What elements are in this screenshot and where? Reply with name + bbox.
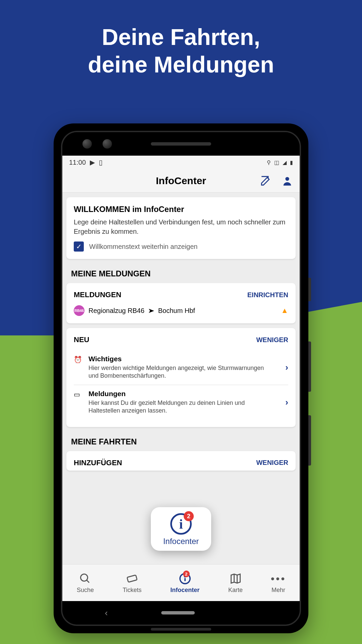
newspaper-icon: ▭ [74,390,83,415]
nav-label: Mehr [272,587,285,594]
news-title: Wichtiges [88,355,275,363]
bottom-nav: Suche Tickets 2 Infocenter [62,564,300,601]
weniger-button-2[interactable]: WENIGER [256,459,288,467]
welcome-title: WILLKOMMEN im InfoCenter [74,205,288,214]
home-pill[interactable] [161,611,195,614]
checkbox-label: Willkommenstext weiterhin anzeigen [89,243,197,251]
phone-side-button [308,278,311,301]
phone-bottom-speaker [151,628,211,631]
destination: Bochum Hbf [158,307,195,315]
nav-tickets[interactable]: Tickets [123,572,141,594]
nav-label: Karte [228,587,243,594]
wifi-icon: ◢ [283,159,287,166]
svg-line-2 [87,580,89,583]
neu-title: NEU [74,335,89,344]
search-icon [78,572,92,585]
nav-label: Infocenter [170,587,199,594]
info-icon: 2 [178,572,192,585]
line-badge: RB46 [74,305,84,316]
nav-karte[interactable]: Karte [228,572,243,594]
route-row[interactable]: RB46 Regionalzug RB46 ➤ Bochum Hbf ▲ [74,305,288,316]
hero-line2: deine Meldungen [0,51,362,78]
section-meine-fahrten: MEINE FAHRTEN [71,437,296,446]
ticket-icon [125,572,139,585]
phone-volume-down [308,415,311,466]
edit-icon[interactable] [260,175,272,186]
chevron-right-icon: › [285,397,288,408]
hero-title: Deine Fahrten, deine Meldungen [0,23,362,78]
news-item-wichtiges[interactable]: ⏰ Wichtiges Hier werden wichtige Meldung… [74,350,288,385]
news-desc: Hier werden wichtige Meldungen angezeigt… [88,364,275,380]
welcome-card: WILLKOMMEN im InfoCenter Lege deine Halt… [66,197,296,259]
nav-suche[interactable]: Suche [77,572,94,594]
svg-point-0 [285,177,289,180]
device-icon: ▯ [99,158,103,166]
phone-inner-frame: 11:00 ▶ ▯ ⚲ ◫ ◢ ▮ InfoCenter [61,131,301,626]
phone-volume-up [308,341,311,392]
battery-icon: ▮ [290,159,293,166]
alarm-icon: ⏰ [74,355,83,380]
page-title: InfoCenter [156,175,206,186]
status-bar: 11:00 ▶ ▯ ⚲ ◫ ◢ ▮ [62,156,300,169]
arrow-right-icon: ➤ [148,307,155,315]
chevron-right-icon: › [285,362,288,373]
floating-label: Infocenter [163,537,199,546]
more-icon: ••• [272,572,285,585]
app-header: InfoCenter [62,169,300,193]
hinzufuegen-title: HINZUFÜGEN [74,459,122,467]
nav-infocenter[interactable]: 2 Infocenter [170,572,199,594]
neu-card: NEU WENIGER ⏰ Wichtiges Hier werden wich… [66,328,296,427]
phone-frame: 11:00 ▶ ▯ ⚲ ◫ ◢ ▮ InfoCenter [54,123,308,633]
earpiece-speaker [151,142,211,146]
back-icon[interactable]: ‹ [105,608,108,618]
meldungen-title: MELDUNGEN [74,290,121,299]
vibrate-icon: ◫ [274,159,279,166]
camera-icon [103,139,112,149]
welcome-checkbox-row[interactable]: ✓ Willkommenstext weiterhin anzeigen [74,241,288,252]
profile-icon[interactable] [282,175,293,186]
camera-icon [82,139,92,149]
badge: 2 [184,511,194,521]
phone-nav-bar: ‹ [62,601,300,625]
welcome-text: Lege deine Haltestellen und Verbindungen… [74,217,288,236]
hinzufuegen-card: HINZUFÜGEN WENIGER [66,451,296,471]
news-item-meldungen[interactable]: ▭ Meldungen Hier kannst Du dir gezielt M… [74,385,288,420]
hero-line1: Deine Fahrten, [0,23,362,51]
news-desc: Hier kannst Du dir gezielt Meldungen zu … [88,399,275,415]
nav-mehr[interactable]: ••• Mehr [272,572,285,594]
nav-label: Suche [77,587,94,594]
phone-top-hardware [62,132,300,156]
line-name: Regionalzug RB46 [88,307,144,315]
svg-point-1 [81,574,88,581]
checkbox-checked-icon[interactable]: ✓ [74,241,84,252]
einrichten-button[interactable]: EINRICHTEN [247,291,288,299]
section-meine-meldungen: MEINE MELDUNGEN [71,269,296,278]
meldungen-card: MELDUNGEN EINRICHTEN RB46 Regionalzug RB… [66,283,296,323]
news-title: Meldungen [88,390,275,398]
status-time: 11:00 [69,159,86,166]
warning-icon: ▲ [281,306,288,315]
weniger-button[interactable]: WENIGER [256,336,288,344]
youtube-icon: ▶ [90,158,95,166]
nav-label: Tickets [123,587,141,594]
map-icon [229,572,242,585]
badge: 2 [183,571,190,577]
svg-rect-3 [127,575,137,582]
location-icon: ⚲ [267,159,271,166]
floating-infocenter-card[interactable]: i 2 Infocenter [151,507,211,551]
